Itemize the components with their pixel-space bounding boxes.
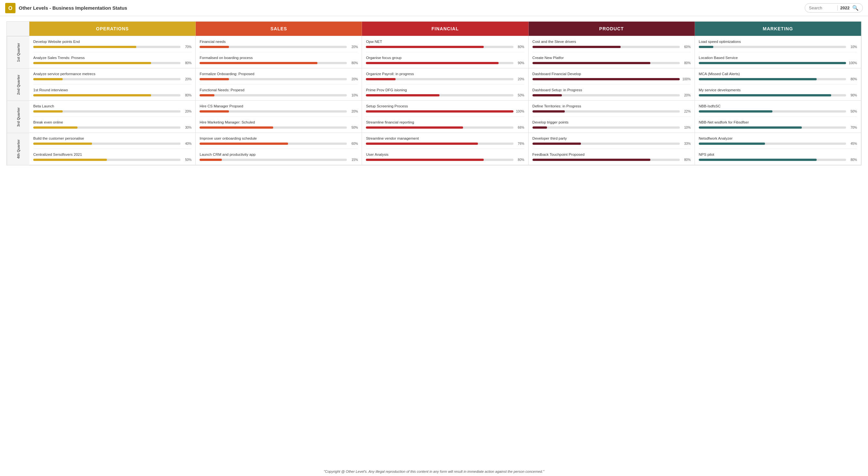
task-item: Beta Launch20% [33,104,191,113]
progress-row: 80% [199,61,358,65]
task-name: My service developments [699,88,857,93]
progress-row: 50% [199,126,358,129]
progress-bar-bg [199,94,347,96]
progress-bar-fill [199,127,273,129]
data-cell-r1-c0: Analyze service performance metrecs20%1s… [29,68,196,101]
logo-icon: O [5,3,16,13]
data-cell-r0-c4: Load speed optimizations10%Location Base… [695,36,861,68]
progress-bar-fill [532,62,650,64]
progress-bar-fill [532,46,621,48]
progress-row: 80% [532,158,691,162]
progress-pct: 80% [182,61,191,65]
progress-bar-fill [199,78,229,80]
progress-bar-fill [532,110,565,112]
task-name: Analyze Sales Trends: Prosess [33,56,191,60]
progress-row: 80% [699,77,857,81]
task-item: Cost and the Steve drivers60% [532,39,691,49]
progress-pct: 80% [182,94,191,97]
progress-pct: 100% [682,77,691,81]
progress-row: 80% [33,94,191,97]
progress-bar-fill [699,78,817,80]
progress-bar-bg [532,62,680,64]
progress-bar-fill [199,46,229,48]
progress-pct: 40% [182,142,191,145]
task-item: NPS pilot80% [699,152,857,162]
progress-bar-fill [33,46,136,48]
progress-pct: 45% [848,142,857,145]
task-item: Break even online30% [33,120,191,129]
progress-pct: 50% [182,158,191,162]
search-bar: 2022 🔍 [805,3,863,12]
progress-bar-bg [366,110,513,112]
progress-pct: 60% [349,142,358,145]
task-name: Develop trigger points [532,120,691,125]
progress-bar-fill [366,46,484,48]
task-item: Dashboard Financial Develop100% [532,72,691,81]
progress-pct: 80% [682,61,691,65]
data-cell-r0-c1: Financial needs20%Formalised on boarding… [196,36,362,68]
search-button[interactable]: 🔍 [852,5,859,11]
search-divider [837,5,838,11]
progress-bar-fill [699,127,802,129]
task-name: Dashboard Setup: in Progress [532,88,691,93]
progress-pct: 15% [349,158,358,162]
task-item: Functional Needs: Propesd10% [199,88,358,97]
progress-bar-bg [366,142,513,145]
task-item: Analyze Sales Trends: Prosess80% [33,56,191,65]
progress-bar-bg [532,94,680,96]
task-divider [199,52,358,52]
progress-bar-bg [33,46,181,48]
progress-row: 50% [33,158,191,162]
col-header-operations: OPERATIONS [29,22,196,36]
task-name: NBB-IsdfsSC [699,104,857,109]
progress-bar-fill [33,127,78,129]
progress-row: 80% [33,61,191,65]
task-name: Formalize Onboarding: Proposed [199,72,358,76]
task-divider [33,116,191,117]
row-header-2: 3rd Quarter [7,101,29,133]
task-name: Launch CRM and productivity app [199,152,358,157]
progress-pct: 22% [682,110,691,113]
task-name: User Analysis [366,152,524,157]
progress-bar-fill [532,142,581,145]
task-divider [366,116,524,117]
svg-text:O: O [8,5,12,11]
data-cell-r2-c1: Hire CS Manager Propsed20%Hire Marketing… [196,101,362,133]
progress-row: 50% [699,110,857,113]
progress-bar-bg [199,46,347,48]
progress-row: 20% [33,110,191,113]
task-item: My service developments90% [699,88,857,97]
task-name: Develop Website points End [33,39,191,44]
progress-bar-bg [366,78,513,80]
progress-bar-bg [366,62,513,64]
progress-bar-bg [199,78,347,80]
progress-bar-bg [699,142,846,145]
progress-pct: 80% [848,77,857,81]
task-item: Streamline vendor management76% [366,136,524,145]
search-input[interactable] [809,5,835,10]
progress-pct: 50% [349,126,358,129]
progress-pct: 20% [516,77,524,81]
task-name: Break even online [33,120,191,125]
footer-text: "Copyright @ Other Level's. Any illegal … [0,467,868,476]
progress-pct: 10% [848,45,857,49]
task-divider [532,52,691,52]
progress-bar-fill [33,159,107,161]
task-name: Hire CS Manager Propsed [199,104,358,109]
progress-bar-fill [366,127,463,129]
task-name: Create New Platfor [532,56,691,60]
task-item: 1st Round interviewo80% [33,88,191,97]
progress-bar-bg [532,142,680,145]
progress-row: 100% [699,61,857,65]
task-name: Streamline vendor management [366,136,524,141]
task-item: Streamline financial reporting66% [366,120,524,129]
progress-pct: 33% [682,142,691,145]
task-name: Cost and the Steve drivers [532,39,691,44]
task-name: Organize Payroll: in progress [366,72,524,76]
progress-pct: 80% [516,45,524,49]
progress-row: 10% [699,45,857,49]
task-name: Load speed optimizations [699,39,857,44]
progress-pct: 70% [182,45,191,49]
task-divider [699,149,857,149]
data-cell-r0-c2: Opw NET80%Organise focus group90% [362,36,528,68]
